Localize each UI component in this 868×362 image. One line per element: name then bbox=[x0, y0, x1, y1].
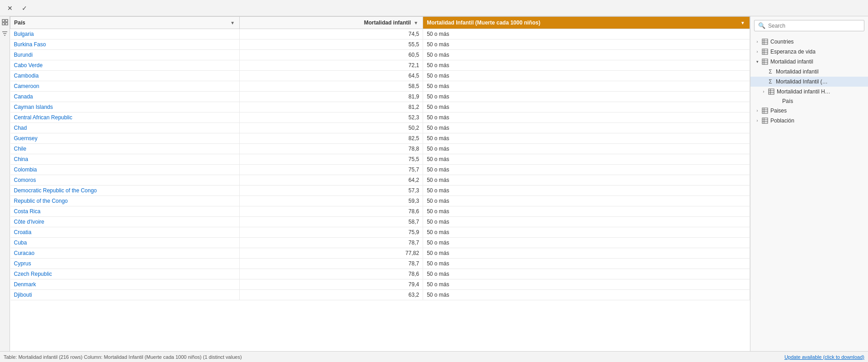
tree-label-paises: Paises bbox=[770, 108, 787, 114]
tree-item-countries[interactable]: › Countries bbox=[750, 37, 868, 47]
cell-mortalidad: 81,9 bbox=[240, 92, 423, 102]
cell-pais[interactable]: Cyprus bbox=[10, 259, 240, 269]
cell-mortalidad: 64,2 bbox=[240, 175, 423, 186]
tree-label-mortalidad_infantil_h: Mortalidad infantil H… bbox=[777, 88, 830, 95]
cell-mortalidad: 78,8 bbox=[240, 144, 423, 154]
cell-pais[interactable]: Cabo Verde bbox=[10, 60, 240, 71]
filter-side-icon[interactable] bbox=[1, 29, 9, 37]
status-left: Table: Mortalidad infantil (216 rows) Co… bbox=[4, 354, 242, 360]
cell-pais[interactable]: Denmark bbox=[10, 279, 240, 290]
tree-item-mortalidad_infantil_muerte_field[interactable]: ΣMortalidad Infantil (… bbox=[750, 77, 868, 87]
tree-label-mortalidad_infantil: Mortalidad infantil bbox=[770, 59, 813, 65]
svg-rect-2 bbox=[2, 23, 5, 25]
cell-mortalidad: 57,3 bbox=[240, 186, 423, 196]
close-button[interactable]: ✕ bbox=[4, 2, 16, 15]
grid-icon[interactable] bbox=[1, 18, 9, 26]
cell-muerte: 50 o más bbox=[423, 238, 750, 248]
cell-pais[interactable]: Bulgaria bbox=[10, 29, 240, 39]
tree-expand-paises[interactable]: › bbox=[754, 108, 760, 114]
tree-item-esperanza[interactable]: › Esperanza de vida bbox=[750, 47, 868, 57]
cell-mortalidad: 78,6 bbox=[240, 269, 423, 279]
cell-muerte: 50 o más bbox=[423, 186, 750, 196]
cell-pais[interactable]: Cambodia bbox=[10, 71, 240, 81]
cell-pais[interactable]: Comoros bbox=[10, 175, 240, 186]
cell-pais[interactable]: Cameroon bbox=[10, 81, 240, 92]
tree-item-mortalidad_infantil_h[interactable]: › Mortalidad infantil H… bbox=[750, 87, 868, 97]
col-header-muerte[interactable]: Mortalidad Infantil (Muerte cada 1000 ni… bbox=[423, 17, 750, 29]
tree-label-pais_field: País bbox=[782, 98, 793, 104]
tree-label-esperanza: Esperanza de vida bbox=[770, 49, 815, 55]
cell-mortalidad: 64,5 bbox=[240, 71, 423, 81]
filter-icon-mortalidad[interactable]: ▼ bbox=[413, 20, 419, 26]
cell-pais[interactable]: Croatia bbox=[10, 227, 240, 238]
cell-pais[interactable]: Curacao bbox=[10, 248, 240, 259]
table-row: Cabo Verde 72,1 50 o más bbox=[10, 60, 750, 71]
sigma-icon-mortalidad_infantil_muerte_field: Σ bbox=[767, 78, 774, 85]
status-right[interactable]: Update available (click to download) bbox=[784, 354, 864, 360]
table-row: Chile 78,8 50 o más bbox=[10, 144, 750, 154]
cell-mortalidad: 77,82 bbox=[240, 248, 423, 259]
svg-rect-11 bbox=[762, 49, 768, 54]
tree-item-paises[interactable]: › Paises bbox=[750, 106, 868, 116]
col-header-mortalidad[interactable]: Mortalidad infantil ▼ bbox=[240, 17, 423, 29]
table-row: Cuba 78,7 50 o más bbox=[10, 238, 750, 248]
tree-expand-mortalidad_infantil[interactable]: ▾ bbox=[754, 59, 760, 65]
cell-muerte: 50 o más bbox=[423, 227, 750, 238]
cell-pais[interactable]: Republic of the Congo bbox=[10, 196, 240, 206]
cell-pais[interactable]: Chad bbox=[10, 123, 240, 133]
col-header-pais[interactable]: País ▼ bbox=[10, 17, 240, 29]
cell-pais[interactable]: Chile bbox=[10, 144, 240, 154]
cell-pais[interactable]: Guernsey bbox=[10, 133, 240, 144]
cell-muerte: 50 o más bbox=[423, 269, 750, 279]
tree-item-pais_field[interactable]: País bbox=[750, 97, 868, 106]
cell-pais[interactable]: Canada bbox=[10, 92, 240, 102]
check-button[interactable]: ✓ bbox=[18, 2, 31, 15]
col-label-muerte: Mortalidad Infantil (Muerte cada 1000 ni… bbox=[427, 20, 540, 26]
tree-expand-poblacion[interactable]: › bbox=[754, 117, 760, 124]
table-icon-countries bbox=[761, 38, 769, 45]
cell-pais[interactable]: Côte d'Ivoire bbox=[10, 217, 240, 227]
cell-pais[interactable]: Burundi bbox=[10, 50, 240, 60]
table-row: Cambodia 64,5 50 o más bbox=[10, 71, 750, 81]
filter-icon-pais[interactable]: ▼ bbox=[229, 20, 236, 26]
cell-muerte: 50 o más bbox=[423, 290, 750, 300]
tree-item-mortalidad_infantil_field[interactable]: ΣMortalidad infantil bbox=[750, 67, 868, 77]
table-row: Republic of the Congo 59,3 50 o más bbox=[10, 196, 750, 206]
tree-item-mortalidad_infantil[interactable]: ▾ Mortalidad infantil bbox=[750, 57, 868, 67]
table-body: Bulgaria 74,5 50 o más Burkina Faso 55,5… bbox=[10, 29, 750, 300]
svg-rect-7 bbox=[762, 39, 768, 44]
search-box[interactable]: 🔍 bbox=[754, 20, 864, 31]
tree-label-mortalidad_infantil_field: Mortalidad infantil bbox=[776, 68, 819, 75]
cell-pais[interactable]: Central African Republic bbox=[10, 113, 240, 123]
tree-expand-countries[interactable]: › bbox=[754, 39, 760, 45]
tree-item-poblacion[interactable]: › Población bbox=[750, 116, 868, 126]
search-input[interactable] bbox=[768, 23, 860, 29]
cell-pais[interactable]: Cayman Islands bbox=[10, 102, 240, 113]
cell-mortalidad: 75,5 bbox=[240, 154, 423, 165]
cell-pais[interactable]: Czech Republic bbox=[10, 269, 240, 279]
table-icon-esperanza bbox=[761, 48, 769, 55]
tree-expand-esperanza[interactable]: › bbox=[754, 49, 760, 55]
table-row: Comoros 64,2 50 o más bbox=[10, 175, 750, 186]
table-row: Denmark 79,4 50 o más bbox=[10, 279, 750, 290]
tree-expand-mortalidad_infantil_h[interactable]: › bbox=[760, 88, 767, 95]
cell-pais[interactable]: Cuba bbox=[10, 238, 240, 248]
cell-pais[interactable]: Djibouti bbox=[10, 290, 240, 300]
tree-label-mortalidad_infantil_muerte_field: Mortalidad Infantil (… bbox=[776, 78, 828, 85]
table-row: Cayman Islands 81,2 50 o más bbox=[10, 102, 750, 113]
svg-rect-15 bbox=[762, 59, 768, 64]
cell-pais[interactable]: Colombia bbox=[10, 165, 240, 175]
table-row: Bulgaria 74,5 50 o más bbox=[10, 29, 750, 39]
cell-mortalidad: 63,2 bbox=[240, 290, 423, 300]
filter-icon-muerte[interactable]: ▼ bbox=[740, 20, 746, 26]
toolbar: ✕ ✓ bbox=[0, 0, 868, 16]
table-row: Costa Rica 78,6 50 o más bbox=[10, 206, 750, 217]
search-icon: 🔍 bbox=[758, 22, 765, 29]
table-row: Colombia 75,7 50 o más bbox=[10, 165, 750, 175]
cell-pais[interactable]: Costa Rica bbox=[10, 206, 240, 217]
cell-muerte: 50 o más bbox=[423, 259, 750, 269]
cell-pais[interactable]: Democratic Republic of the Congo bbox=[10, 186, 240, 196]
cell-pais[interactable]: Burkina Faso bbox=[10, 39, 240, 50]
cell-mortalidad: 79,4 bbox=[240, 279, 423, 290]
cell-pais[interactable]: China bbox=[10, 154, 240, 165]
